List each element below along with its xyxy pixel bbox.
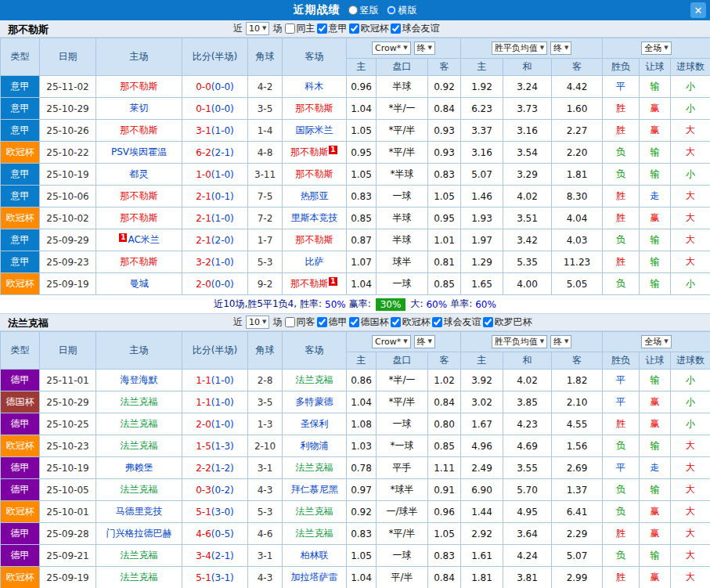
fulltime-score: 2-1 — [196, 191, 211, 202]
away-team-link[interactable]: 法兰克福 — [283, 501, 347, 523]
home-team-link[interactable]: 法兰克福 — [96, 479, 182, 501]
home-team-link[interactable]: 那不勒斯 — [96, 76, 182, 98]
avg-odds-select[interactable]: 胜平负均值 — [492, 335, 547, 348]
filter-option[interactable]: 球会友谊 — [432, 316, 481, 329]
league-type: 意甲 — [1, 229, 40, 251]
avg-final-select[interactable]: 终 — [550, 41, 571, 55]
result-winloss: 负 — [603, 501, 640, 523]
table-row: 德国杯 25-10-29 法兰克福 1-1(1-0) 3-5 多特蒙德 1.04… — [1, 391, 710, 413]
filter-option[interactable]: 欧罗巴杯 — [483, 316, 532, 329]
filter-option[interactable]: 同客 — [285, 316, 315, 329]
filter-checkbox[interactable] — [483, 317, 493, 327]
home-team-link[interactable]: 都灵 — [96, 164, 182, 186]
horizontal-radio[interactable] — [387, 5, 396, 15]
odds-final-select[interactable]: 终 — [414, 335, 435, 348]
table-row: 德甲 25-10-05 法兰克福 0-3(0-2) 4-3 拜仁慕尼黑 0.97… — [1, 479, 710, 501]
away-team-link[interactable]: 那不勒斯 — [283, 229, 347, 251]
home-team-link[interactable]: 弗赖堡 — [96, 457, 182, 479]
bookmaker-select[interactable]: Crow* — [372, 41, 411, 55]
fulltime-score: 5-1 — [196, 572, 211, 583]
home-team-link[interactable]: 门兴格拉德巴赫 — [96, 523, 182, 545]
away-team-link[interactable]: 里斯本竞技 — [283, 207, 347, 229]
home-team-link[interactable]: 那不勒斯 — [96, 207, 182, 229]
filter-checkbox[interactable] — [317, 23, 327, 34]
filter-option[interactable]: 球会友谊 — [391, 22, 439, 35]
home-team-link[interactable]: 法兰克福 — [96, 567, 182, 588]
odds-handicap: 平/半 — [377, 567, 428, 588]
home-team-link[interactable]: 法兰克福 — [96, 391, 182, 413]
away-team-link[interactable]: 那不勒斯 — [283, 164, 347, 186]
match-count-select[interactable]: 10 — [246, 22, 269, 35]
avg-away-odds: 5.05 — [552, 273, 603, 295]
vertical-radio[interactable] — [348, 5, 358, 15]
filter-option[interactable]: 意甲 — [317, 22, 347, 35]
away-team-link[interactable]: 法兰克福 — [283, 370, 347, 391]
table-row: 意甲 25-10-29 莱切 0-1(0-0) 3-5 那不勒斯 1.04 *半… — [1, 98, 710, 120]
home-team-link[interactable]: 那不勒斯 — [96, 120, 182, 142]
match-count-select[interactable]: 10 — [246, 316, 269, 329]
league-type: 德甲 — [1, 457, 40, 479]
filter-checkbox[interactable] — [349, 23, 359, 34]
filter-checkbox[interactable] — [432, 317, 442, 327]
avg-final-select[interactable]: 终 — [550, 335, 571, 348]
result-handicap: 走 — [640, 457, 671, 479]
scope-select[interactable]: 全场 — [641, 335, 671, 348]
home-team-link[interactable]: 马德里竞技 — [96, 501, 182, 523]
away-team-link[interactable]: 法兰克福 — [283, 457, 347, 479]
avg-away-odds: 2.10 — [552, 391, 603, 413]
avg-odds-select[interactable]: 胜平负均值 — [492, 41, 547, 55]
away-team-link[interactable]: 圣保利 — [283, 413, 347, 435]
filter-option[interactable]: 欧冠杯 — [391, 316, 430, 329]
layout-horizontal-option[interactable]: 横版 — [387, 4, 417, 17]
home-team-link[interactable]: 法兰克福 — [96, 413, 182, 435]
odds-home: 1.04 — [347, 567, 377, 588]
single-rate-label: 单率: — [450, 298, 472, 311]
home-team-link[interactable]: 那不勒斯 — [96, 251, 182, 273]
away-team-link[interactable]: 热那亚 — [283, 186, 347, 207]
filter-option[interactable]: 欧冠杯 — [349, 22, 388, 35]
home-team-link[interactable]: 莱切 — [96, 98, 182, 120]
odds-handicap: *平/半 — [377, 142, 428, 164]
home-team-link[interactable]: 曼城 — [96, 273, 182, 295]
score-halftime: 3-1(1-0) — [182, 120, 248, 142]
filter-option[interactable]: 同主 — [285, 22, 315, 35]
home-team-link[interactable]: 那不勒斯 — [96, 186, 182, 207]
result-winloss: 负 — [603, 142, 640, 164]
close-icon[interactable]: ✕ — [690, 2, 706, 18]
odds-home: 1.04 — [347, 391, 377, 413]
bookmaker-select[interactable]: Crow* — [372, 335, 411, 348]
odds-away: 0.92 — [428, 76, 461, 98]
away-team-link[interactable]: 科木 — [283, 76, 347, 98]
filter-checkbox[interactable] — [391, 317, 401, 327]
odds-handicap: 一/球半 — [377, 501, 428, 523]
result-goals: 大 — [671, 501, 710, 523]
filter-option[interactable]: 德国杯 — [349, 316, 388, 329]
home-team-link[interactable]: 法兰克福 — [96, 435, 182, 457]
filter-option[interactable]: 德甲 — [317, 316, 347, 329]
away-team-link[interactable]: 比萨 — [283, 251, 347, 273]
filter-checkbox[interactable] — [317, 317, 327, 327]
corner-score: 7-2 — [248, 207, 283, 229]
away-team-link[interactable]: 利物浦 — [283, 435, 347, 457]
home-team-link[interactable]: PSV埃因霍温 — [96, 142, 182, 164]
away-team-link[interactable]: 加拉塔萨雷 — [283, 567, 347, 588]
away-team-link[interactable]: 柏林联 — [283, 545, 347, 567]
away-team-link[interactable]: 那不勒斯 — [283, 98, 347, 120]
single-rate-value: 60% — [475, 299, 496, 310]
odds-final-select[interactable]: 终 — [414, 41, 435, 55]
away-team-link[interactable]: 拜仁慕尼黑 — [283, 479, 347, 501]
filter-checkbox[interactable] — [285, 23, 295, 34]
away-team-link[interactable]: 多特蒙德 — [283, 391, 347, 413]
filter-checkbox[interactable] — [391, 23, 401, 34]
scope-select[interactable]: 全场 — [641, 41, 671, 55]
away-team-link[interactable]: 那不勒斯1 — [283, 142, 347, 164]
away-team-link[interactable]: 那不勒斯1 — [283, 273, 347, 295]
away-team-link[interactable]: 国际米兰 — [283, 120, 347, 142]
home-team-link[interactable]: 海登海默 — [96, 370, 182, 391]
home-team-link[interactable]: 法兰克福 — [96, 545, 182, 567]
layout-vertical-option[interactable]: 竖版 — [348, 4, 379, 17]
filter-checkbox[interactable] — [349, 317, 359, 327]
home-team-link[interactable]: 1AC米兰 — [96, 229, 182, 251]
filter-checkbox[interactable] — [285, 317, 295, 327]
away-team-link[interactable]: 法兰克福 — [283, 523, 347, 545]
